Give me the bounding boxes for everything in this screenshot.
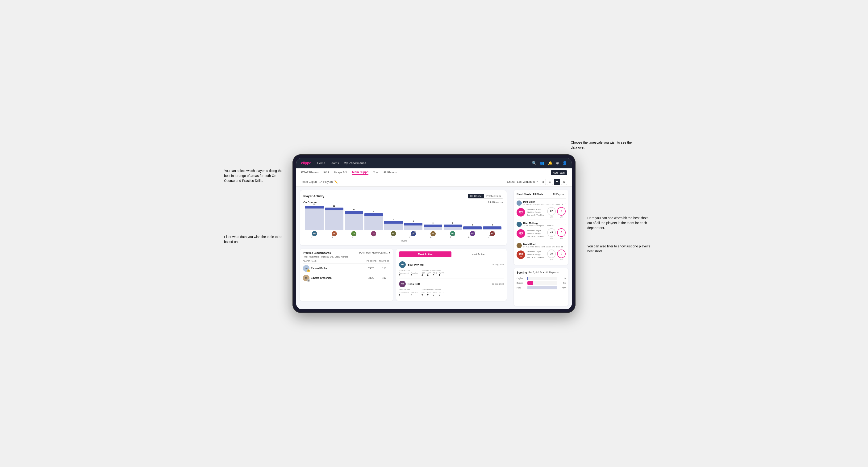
nav-my-performance[interactable]: My Performance <box>344 161 366 165</box>
team-name: Team Clippd <box>301 180 317 184</box>
add-team-button[interactable]: Add Team <box>551 170 567 175</box>
shot-yds-label-1: yds <box>550 216 553 218</box>
subnav-hcaps[interactable]: Hcaps 1-5 <box>334 171 347 175</box>
shot-player-sub-1: 09 Jun 2023 · Royal North Devon GC · Hol… <box>523 203 563 206</box>
chevron-down-icon[interactable]: ▾ <box>536 181 538 183</box>
avg-crossman: 107 <box>378 277 390 279</box>
bar-value-8: 2 <box>472 224 473 226</box>
all-players-dropdown[interactable]: All Players ▾ <box>553 193 566 195</box>
players-dropdown[interactable]: All Players ▾ <box>545 271 558 274</box>
shot-player-header-3: David Ford 24 Aug 2023 · Royal North Dev… <box>517 243 566 248</box>
shot-info-2: Shot Dist: 43 yds Start Lie: Rough End L… <box>527 229 545 238</box>
bar-1 <box>325 208 343 230</box>
avatar-icon[interactable]: 👤 <box>562 161 567 165</box>
subnav-tour[interactable]: Tour <box>373 171 379 175</box>
nav-teams[interactable]: Teams <box>330 161 339 165</box>
drill-dropdown[interactable]: PUTT Must Make Putting ... ▾ <box>359 251 390 254</box>
player-activity-title: Player Activity <box>303 194 324 198</box>
shot-badge-3: 198 SG <box>517 250 525 259</box>
app-val-1: 0 <box>427 274 431 277</box>
chevron-down-icon-players: ▾ <box>564 193 566 195</box>
search-icon[interactable]: 🔍 <box>532 161 536 165</box>
chevron-down-icon-bs[interactable]: ▾ <box>545 193 546 195</box>
shot-yds-val-2: 43 <box>547 228 556 237</box>
ap-header-2: RB Rees Britt 02 Sep 2023 <box>399 281 504 287</box>
bar-chart: 13BMB. McHarg12BBB. Britt10DFD. Ford9JCJ… <box>303 206 503 239</box>
scoring-bar-pars: Pars 499 <box>517 286 566 289</box>
edit-icon[interactable]: ✏️ <box>334 180 338 184</box>
subnav-pgat[interactable]: PGAT Players <box>301 171 319 175</box>
practice-val-1: 6 <box>411 274 418 277</box>
practice-label-2: Practice <box>411 291 418 293</box>
putt-label: PUTT <box>439 272 444 274</box>
bar-0 <box>305 206 323 230</box>
shot-metrics-2: 43 yds 0 yds <box>547 228 566 239</box>
subnav-all-players[interactable]: All Players <box>383 171 397 175</box>
players-filter-label: All Players <box>545 271 556 274</box>
shot-metric-yds-2: 43 yds <box>547 228 556 239</box>
bar-col-4: 5EEE. Ebert <box>384 218 403 239</box>
birdies-val: 96 <box>559 282 566 284</box>
practice-drills-btn[interactable]: Practice Drills <box>484 194 503 198</box>
bar-5 <box>404 223 423 230</box>
subnav-team-clippd[interactable]: Team Clippd <box>352 170 368 175</box>
arg-label-2: ARG <box>433 291 437 293</box>
chevron-down-players: ▾ <box>557 271 559 274</box>
practice-activities-2: Total Practice Activities GTT 0 APP <box>422 289 444 296</box>
time-select[interactable]: Last 3 months <box>517 180 535 184</box>
best-shots-title: Best Shots <box>517 193 531 196</box>
shot-zero-val-3: 0 <box>557 250 566 258</box>
eagles-val: 3 <box>559 277 566 280</box>
activity-player-2: RB Rees Britt 02 Sep 2023 Total Rounds <box>399 279 504 298</box>
gtt-val-1: 0 <box>422 274 425 277</box>
pars-val: 499 <box>559 286 566 289</box>
shot-chevron-3[interactable]: › <box>564 244 566 247</box>
plus-circle-icon[interactable]: ⊕ <box>556 161 559 165</box>
bell-icon[interactable]: 🔔 <box>548 161 553 165</box>
on-course-btn[interactable]: On Course <box>468 194 484 198</box>
most-active-tab[interactable]: Most Active <box>399 251 452 257</box>
leaderboard-card: Practice Leaderboards PUTT Must Make Put… <box>300 249 393 301</box>
bar-col-0: 13BMB. McHarg <box>305 203 323 239</box>
bar-3 <box>365 213 383 230</box>
dropdown-label: Total Rounds <box>488 201 501 204</box>
bar-value-2: 10 <box>353 209 355 211</box>
nav-home[interactable]: Home <box>317 161 325 165</box>
bar-6 <box>424 224 442 230</box>
bar-chart-wrapper: 13BMB. McHarg12BBB. Britt10DFD. Ford9JCJ… <box>303 206 503 242</box>
shot-metric-yds-3: 16 yds <box>547 250 556 260</box>
player-activity-card: Player Activity On Course Practice Drill… <box>300 190 507 245</box>
bar-value-3: 9 <box>373 211 374 213</box>
bar-value-7: 3 <box>452 222 453 224</box>
tablet-screen: clippd Home Teams My Performance 🔍 👥 🔔 ⊕… <box>296 158 572 309</box>
settings-view-icon[interactable]: ⚙ <box>561 179 567 185</box>
bar-7 <box>444 224 462 230</box>
pars-label: Pars <box>517 286 526 289</box>
bar-col-7: 3MMM. Miller <box>444 222 462 239</box>
scoring-bars: Eagles 3 Birdies <box>517 277 566 289</box>
tournament-label-1: Tournament <box>399 272 409 274</box>
list-view-icon[interactable]: ≡ <box>547 179 553 185</box>
par-dropdown[interactable]: Par 3, 4 & 5s ▾ <box>529 271 544 274</box>
rounds-group-2: Total Rounds Tournament 8 Practice <box>399 289 418 296</box>
main-content: Player Activity On Course Practice Drill… <box>296 187 572 309</box>
shot-chevron-2[interactable]: › <box>564 222 566 226</box>
all-shots-tab[interactable]: All Shots <box>533 193 543 195</box>
shot-metric-zero-3: 0 yds <box>557 250 566 260</box>
annotation-left-1: You can select which player is doing the… <box>224 168 288 183</box>
pars-bar-wrap <box>527 286 557 289</box>
ap-stats-2: Total Rounds Tournament 8 Practice <box>399 289 504 296</box>
users-icon[interactable]: 👥 <box>540 161 545 165</box>
heart-view-icon[interactable]: ♥ <box>554 179 560 185</box>
subnav-pga[interactable]: PGA <box>323 171 329 175</box>
shot-details-1: 200 SG Shot Dist: 67 yds Start Lie: Roug… <box>517 207 566 218</box>
shot-avatar-miller <box>517 200 522 206</box>
chart-sub-header: On Course Total Rounds ▾ <box>303 201 503 204</box>
bar-col-9: 2LRL. Robertson <box>483 224 501 239</box>
shot-avatar-mcharg <box>517 222 522 227</box>
total-rounds-dropdown[interactable]: Total Rounds ▾ <box>488 201 503 204</box>
grid-view-icon[interactable]: ⊞ <box>540 179 546 185</box>
bar-value-6: 3 <box>432 222 433 224</box>
least-active-tab[interactable]: Least Active <box>452 251 504 257</box>
shot-chevron-1[interactable]: › <box>564 201 566 205</box>
